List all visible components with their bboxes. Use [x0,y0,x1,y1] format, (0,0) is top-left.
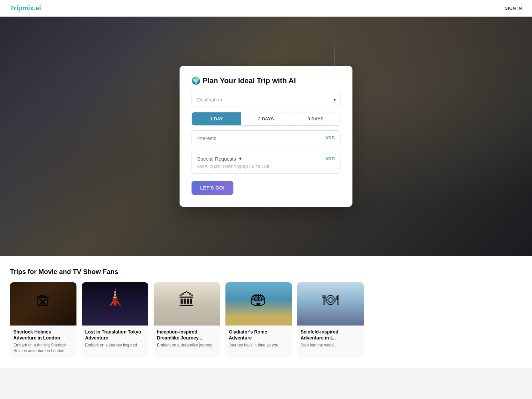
card-body-seinfeld: Seinfeld-inspired Adventure in t... Step… [297,326,364,352]
special-requests-text: Special Requests [197,156,236,162]
cards-row: Sherlock Holmes Adventure in London Emba… [10,282,522,358]
card-title-sherlock: Sherlock Holmes Adventure in London [13,329,73,341]
card-desc-inception: Embark on a dreamlike journey [157,342,217,348]
modal-title: 🌍 Plan Your Ideal Trip with AI [192,76,340,85]
special-requests-subtitle: Ask AI to plan something special for you… [197,164,335,169]
card-image-inception [154,282,220,326]
destination-field: Destination ▾ [192,92,340,107]
interests-add-button[interactable]: ADD [325,135,335,140]
card-inception[interactable]: Inception-inspired Dreamlike Journey... … [154,282,220,358]
card-title-inception: Inception-inspired Dreamlike Journey... [157,329,217,341]
card-title-seinfeld: Seinfeld-inspired Adventure in t... [301,329,360,341]
tab-3-days[interactable]: 3 DAYS [291,112,340,125]
globe-icon: 🌍 [192,76,200,85]
section-title: Trips for Movie and TV Show Fans [10,268,522,276]
interests-label: Interests [197,135,216,141]
card-body-tokyo: Lost in Translation Tokyo Adventure Emba… [82,326,148,352]
card-rome[interactable]: Gladiator's Rome Adventure Journey back … [225,282,292,358]
logo[interactable]: Tripmix.ai [10,4,41,12]
card-image-tokyo [82,282,148,326]
card-body-rome: Gladiator's Rome Adventure Journey back … [225,326,292,352]
card-seinfeld[interactable]: Seinfeld-inspired Adventure in t... Step… [297,282,364,358]
special-requests-add-button[interactable]: ADD [325,156,335,161]
interests-field: Interests ADD [192,130,340,146]
card-title-tokyo: Lost in Translation Tokyo Adventure [85,329,145,341]
tab-2-days[interactable]: 2 DAYS [241,112,291,125]
trip-planner-modal: 🌍 Plan Your Ideal Trip with AI Destinati… [180,66,352,207]
card-desc-tokyo: Embark on a journey inspired [85,342,145,348]
card-image-sherlock [10,282,76,326]
card-desc-rome: Journey back in time as you [229,342,289,348]
bottom-section: Trips for Movie and TV Show Fans Sherloc… [0,256,532,368]
card-body-inception: Inception-inspired Dreamlike Journey... … [154,326,220,352]
hero-section: 🌍 Plan Your Ideal Trip with AI Destinati… [0,17,532,256]
tab-1-day[interactable]: 1 DAY [192,112,241,125]
sign-in-button[interactable]: SIGN IN [505,6,522,11]
card-title-rome: Gladiator's Rome Adventure [229,329,289,341]
special-requests-label: Special Requests ✦ [197,156,242,162]
card-tokyo[interactable]: Lost in Translation Tokyo Adventure Emba… [82,282,148,358]
special-requests-top: Special Requests ✦ ADD [197,156,335,162]
card-image-rome [225,282,292,326]
card-body-sherlock: Sherlock Holmes Adventure in London Emba… [10,326,76,358]
sparkle-icon: ✦ [238,156,242,162]
card-sherlock[interactable]: Sherlock Holmes Adventure in London Emba… [10,282,76,358]
day-tabs: 1 DAY 2 DAYS 3 DAYS [192,112,340,126]
lets-go-button[interactable]: LET'S GO! [192,181,233,195]
modal-title-text: Plan Your Ideal Trip with AI [202,76,296,85]
card-image-seinfeld [297,282,364,326]
card-desc-seinfeld: Step into the world... [301,342,360,348]
special-requests-field: Special Requests ✦ ADD Ask AI to plan so… [192,151,340,174]
header: Tripmix.ai SIGN IN [0,0,532,17]
card-desc-sherlock: Embark on a thrilling Sherlock Holmes ad… [13,342,73,354]
destination-select[interactable]: Destination [192,92,340,107]
